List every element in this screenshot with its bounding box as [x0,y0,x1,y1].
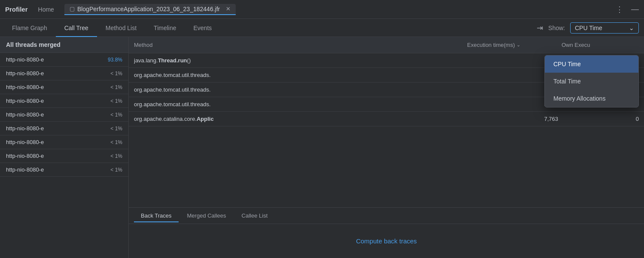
method-cell: org.apache.tomcat.util.threads. [134,86,467,93]
own-cell: 0 [562,116,639,122]
dropdown-item-cpu-time[interactable]: CPU Time [545,55,638,73]
list-item[interactable]: http-nio-8080-e 93.8% [0,53,128,67]
list-item[interactable]: http-nio-8080-e < 1% [0,135,128,149]
tab-callee-list[interactable]: Callee List [235,211,275,221]
method-cell: org.apache.tomcat.util.threads. [134,72,467,78]
tab-merged-callees[interactable]: Merged Callees [180,211,233,221]
tab-events[interactable]: Events [185,19,221,37]
more-options-button[interactable]: ⋮ [616,5,624,14]
table-header: Method Execution time(ms) ⌄ Own Execu [129,37,644,53]
compute-back-traces-link[interactable]: Compute back traces [356,237,417,245]
tab-flame-graph[interactable]: Flame Graph [3,19,56,37]
tab-call-tree[interactable]: Call Tree [56,19,97,37]
dropdown-item-memory-allocations[interactable]: Memory Allocations [545,90,638,107]
show-current-value: CPU Time [575,25,602,31]
method-cell: org.apache.catalina.core.Applic [134,116,467,122]
bottom-tab-bar: Back Traces Merged Callees Callee List [129,207,644,224]
sidebar-header: All threads merged [0,37,128,53]
file-tab[interactable]: ▢ BlogPerformanceApplication_2023_06_23_… [64,4,236,15]
home-link[interactable]: Home [38,6,54,13]
tab-method-list[interactable]: Method List [97,19,145,37]
title-bar: Profiler Home ▢ BlogPerformanceApplicati… [0,0,644,19]
list-item[interactable]: http-nio-8080-e < 1% [0,122,128,135]
app-name: Profiler [5,6,28,13]
folder-icon: ▢ [70,6,75,12]
list-item[interactable]: http-nio-8080-e < 1% [0,149,128,163]
list-item[interactable]: http-nio-8080-e < 1% [0,108,128,122]
minimize-button[interactable]: — [631,5,639,14]
close-tab-button[interactable]: ✕ [226,6,231,12]
column-execution: Execution time(ms) ⌄ [467,42,562,48]
method-cell: org.apache.tomcat.util.threads. [134,101,467,108]
list-item[interactable]: http-nio-8080-e < 1% [0,94,128,108]
tab-back-traces[interactable]: Back Traces [134,211,179,221]
bottom-content: Compute back traces [129,224,644,258]
tab-timeline[interactable]: Timeline [145,19,185,37]
sidebar: All threads merged http-nio-8080-e 93.8%… [0,37,129,258]
list-item[interactable]: http-nio-8080-e < 1% [0,163,128,177]
list-item[interactable]: http-nio-8080-e < 1% [0,67,128,80]
exec-cell: 7,763 [467,116,562,122]
main-area: All threads merged http-nio-8080-e 93.8%… [0,37,644,258]
list-item[interactable]: http-nio-8080-e < 1% [0,80,128,94]
show-dropdown[interactable]: CPU Time ⌄ [570,22,639,34]
file-name: BlogPerformanceApplication_2023_06_23_18… [77,6,220,12]
dropdown-item-total-time[interactable]: Total Time [545,73,638,90]
show-dropdown-menu: CPU Time Total Time Memory Allocations [544,55,639,108]
method-cell: java.lang.Thread.run() [134,57,467,64]
column-method: Method [134,42,467,48]
column-own: Own Execu [562,42,639,48]
table-row[interactable]: org.apache.catalina.core.Applic 7,763 0 [129,112,644,126]
tab-bar: Flame Graph Call Tree Method List Timeli… [0,19,644,37]
show-label: Show: [548,25,565,31]
sort-arrow-icon[interactable]: ⌄ [516,42,520,48]
chevron-down-icon: ⌄ [629,25,634,31]
navigate-arrow-icon[interactable]: ⇥ [537,23,543,33]
